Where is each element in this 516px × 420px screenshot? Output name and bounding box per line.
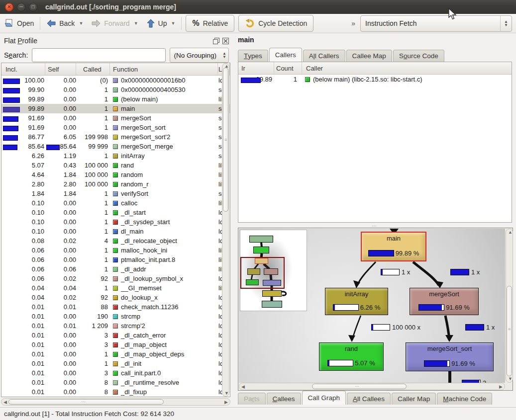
window-close-button[interactable]: ✕ — [5, 3, 13, 11]
minimap-viewport[interactable] — [240, 257, 285, 289]
table-row[interactable]: 0.010.011 209strcmp'2ld-2 — [1, 321, 230, 331]
graph-vscrollbar[interactable]: ▲ ≡ ▼ — [506, 229, 513, 383]
table-row[interactable]: 0.080.024_dl_relocate_objectld-2 — [1, 236, 230, 246]
open-button[interactable]: Open — [0, 16, 38, 31]
scrollbar-right-arrow[interactable]: ▶ — [224, 400, 228, 405]
table-row[interactable]: 0.010.003_dl_map_objectld-2 — [1, 340, 230, 349]
cell-self: 0.00 — [45, 350, 76, 358]
column-header-incl[interactable]: Incl. — [1, 63, 45, 75]
cell-function: strcmp'2 — [110, 322, 218, 330]
call-graph-canvas[interactable]: main99.89 %initArray6.26 %mergeSort91.69… — [239, 229, 505, 383]
toolbar-overflow-chevron[interactable]: » — [351, 19, 355, 27]
tab-caller-map[interactable]: Caller Map — [392, 393, 436, 405]
event-type-combobox[interactable]: Instruction Fetch ▲▼ — [360, 15, 512, 32]
table-row[interactable]: 99.891(below main) (libc-2.15.so: libc-s… — [238, 75, 512, 84]
tab-call-graph[interactable]: Call Graph — [302, 391, 346, 405]
tab-callee-map[interactable]: Callee Map — [346, 50, 392, 62]
table-row[interactable]: 0.010.008_dl_fixupld-2 — [1, 387, 230, 397]
cell-function: mergeSort_sort — [110, 124, 218, 131]
table-row[interactable]: 0.010.001_dl_initld-2 — [1, 359, 230, 368]
search-input[interactable] — [32, 48, 165, 62]
window-minimize-button[interactable]: ─ — [17, 3, 25, 11]
table-row[interactable]: 0.060.061_dl_addrlibc — [1, 264, 230, 274]
incl-bar — [3, 116, 18, 122]
grouping-combobox[interactable]: (No Grouping) ▲▼ — [170, 48, 229, 63]
tab-parts[interactable]: Parts — [238, 393, 266, 405]
table-row[interactable]: 86.776.05199 998mergeSort_sort'2sor — [1, 132, 230, 142]
table-row[interactable]: 85.6485.6499 999mergeSort_mergesor — [1, 142, 230, 151]
cell-self: 1.84 — [45, 190, 76, 197]
dock-float-button[interactable] — [212, 37, 219, 44]
table-row[interactable]: 0.100.001dl_mainld-2 — [1, 227, 230, 236]
table-row[interactable]: 0.040.041__GI_memsetlibc — [1, 283, 230, 293]
window-maximize-button[interactable]: □ — [29, 3, 37, 11]
back-button[interactable]: Back ▼ — [42, 16, 87, 31]
cell-incl: 0.01 — [1, 341, 45, 348]
scrollbar-left-arrow[interactable]: ◀ — [3, 400, 7, 405]
table-row[interactable]: 0.040.0292do_lookup_xld-2 — [1, 293, 230, 302]
scrollbar-left-arrow[interactable]: ◀ — [241, 385, 245, 389]
scrollbar-thumb[interactable] — [8, 399, 164, 405]
table-row[interactable]: 0.060.0292_dl_lookup_symbol_xld-2 — [1, 274, 230, 283]
graph-node-mergeSort_sort[interactable]: mergeSort_sort91.69 % — [406, 342, 494, 371]
table-row[interactable]: 0.010.008_dl_runtime_resolveld-2 — [1, 378, 230, 387]
table-row[interactable]: 0.010.00190strcmpld-2 — [1, 312, 230, 321]
graph-node-mergeSort[interactable]: mergeSort91.69 % — [410, 288, 479, 315]
table-row[interactable]: 0.060.001malloc_hook_inilibc — [1, 246, 230, 255]
column-header-function[interactable]: Function — [110, 63, 218, 75]
tab-all-callees[interactable]: All Callees — [347, 393, 391, 405]
tab-callers[interactable]: Callers — [269, 48, 302, 62]
column-header-called[interactable]: Called — [76, 63, 110, 75]
table-row[interactable]: 4.641.84100 000randomlibc — [1, 170, 230, 179]
column-header-self[interactable]: Self — [45, 63, 76, 75]
back-dropdown-caret[interactable]: ▼ — [79, 21, 83, 26]
scrollbar-down-arrow[interactable]: ▼ — [224, 391, 229, 396]
table-row[interactable]: 99.890.001(below main)libc — [1, 94, 230, 104]
flat-profile-vscrollbar[interactable]: ≡ ▲ ▼ — [222, 63, 229, 397]
cost-bar-icon — [371, 324, 390, 331]
table-row[interactable]: 6.261.191initArraysor — [1, 151, 230, 161]
table-row[interactable]: 0.100.001_dl_startld-2 — [1, 208, 230, 217]
scrollbar-up-arrow[interactable]: ▲ — [508, 230, 513, 235]
table-row[interactable]: 0.010.0188check_match.11236ld-2 — [1, 302, 230, 312]
graph-node-rand[interactable]: rand5.07 % — [319, 342, 384, 371]
table-row[interactable]: 0.010.003call_init.part.0ld-2 — [1, 368, 230, 378]
tab-all-callers[interactable]: All Callers — [303, 50, 345, 62]
cycle-detection-button[interactable]: Cycle Detection — [238, 15, 313, 32]
relative-toggle-button[interactable]: % Relative — [186, 15, 234, 32]
flat-profile-hscrollbar[interactable]: ◀ ⋯ ▶ — [1, 398, 230, 406]
table-row[interactable]: 100.000.00(0)0x00000000000016b0ld-2 — [1, 76, 230, 85]
table-row[interactable]: 91.690.001mergeSort_sortsor — [1, 123, 230, 132]
edge-call-count-label: 100 000 x — [371, 324, 420, 331]
table-row[interactable]: 1.841.841verifySortsor — [1, 189, 230, 198]
scrollbar-right-arrow[interactable]: ▶ — [499, 385, 503, 389]
table-row[interactable]: 91.690.001mergeSortsor — [1, 113, 230, 123]
graph-node-initArray[interactable]: initArray6.26 % — [325, 288, 388, 315]
graph-hscrollbar[interactable]: ◀ ⋯ ▶ — [239, 383, 505, 390]
combobox-spinner-icon[interactable]: ▲▼ — [500, 16, 512, 31]
tab-callees[interactable]: Callees — [267, 393, 301, 405]
graph-node-main[interactable]: main99.89 % — [361, 232, 426, 261]
column-header-count[interactable]: Count — [274, 62, 302, 74]
dock-close-button[interactable] — [222, 37, 229, 44]
pane-splitter[interactable]: ⋯ — [238, 224, 512, 228]
scrollbar-up-arrow[interactable]: ▲ — [224, 64, 229, 69]
up-dropdown-caret[interactable]: ▼ — [171, 21, 175, 26]
up-button[interactable]: Up ▼ — [142, 16, 180, 31]
table-row[interactable]: 99.890.001mainsor — [1, 104, 230, 113]
table-row[interactable]: 2.802.80100 000random_rlibc — [1, 179, 230, 189]
table-row[interactable]: 0.010.001_dl_map_object_depsld-2 — [1, 349, 230, 359]
table-row[interactable]: 0.010.003_dl_catch_errorld-2 — [1, 331, 230, 340]
tab-source-code[interactable]: Source Code — [393, 50, 444, 62]
tab-machine-code[interactable]: Machine Code — [437, 393, 492, 405]
table-row[interactable]: 0.100.001calloclibc — [1, 198, 230, 208]
scrollbar-down-arrow[interactable]: ▼ — [508, 377, 513, 381]
tab-types[interactable]: Types — [238, 50, 268, 62]
column-header-ir[interactable]: Ir — [238, 62, 274, 74]
table-row[interactable]: 0.060.001ptmalloc_init.part.8libc — [1, 255, 230, 264]
column-header-caller[interactable]: Caller — [302, 62, 512, 74]
table-row[interactable]: 5.070.43100 000randlibc — [1, 161, 230, 170]
table-row[interactable]: 99.900.0010x0000000000400530sor — [1, 85, 230, 94]
table-row[interactable]: 0.100.001_dl_sysdep_startld-2 — [1, 217, 230, 227]
graph-overview-minimap[interactable] — [240, 230, 307, 311]
